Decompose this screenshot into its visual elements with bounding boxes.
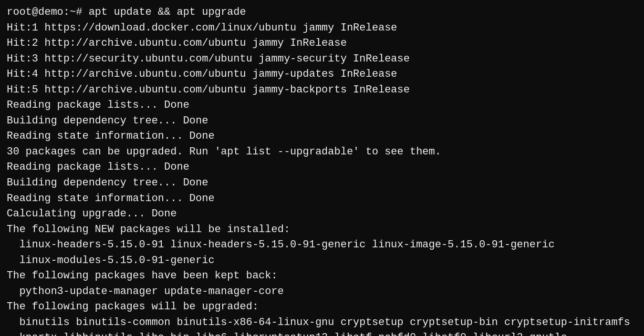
- line-hit5: Hit:5 http://archive.ubuntu.com/ubuntu j…: [7, 82, 637, 98]
- line-building2: Building dependency tree... Done: [7, 175, 637, 191]
- line-reading2: Reading state information... Done: [7, 129, 637, 144]
- line-reading3: Reading package lists... Done: [7, 160, 637, 175]
- line-prompt: root@demo:~# apt update && apt upgrade: [7, 5, 637, 20]
- line-calculating: Calculating upgrade... Done: [7, 206, 637, 222]
- line-upgradable: 30 packages can be upgraded. Run 'apt li…: [7, 144, 637, 160]
- line-hit4: Hit:4 http://archive.ubuntu.com/ubuntu j…: [7, 67, 637, 82]
- line-kept-pkg1: python3-update-manager update-manager-co…: [7, 284, 637, 300]
- line-upg-pkg2: kpartx libbinutils libc-bin libc6 libcry…: [7, 330, 637, 336]
- line-hit1: Hit:1 https://download.docker.com/linux/…: [7, 20, 637, 36]
- line-new-pkg1: linux-headers-5.15.0-91 linux-headers-5.…: [7, 237, 637, 253]
- line-building1: Building dependency tree... Done: [7, 113, 637, 129]
- line-hit2: Hit:2 http://archive.ubuntu.com/ubuntu j…: [7, 36, 637, 51]
- terminal-window: root@demo:~# apt update && apt upgradeHi…: [0, 0, 644, 336]
- line-reading1: Reading package lists... Done: [7, 98, 637, 113]
- line-new-packages: The following NEW packages will be insta…: [7, 222, 637, 238]
- line-new-pkg2: linux-modules-5.15.0-91-generic: [7, 253, 637, 269]
- line-hit3: Hit:3 http://security.ubuntu.com/ubuntu …: [7, 51, 637, 67]
- line-reading4: Reading state information... Done: [7, 191, 637, 207]
- line-upg-pkg1: binutils binutils-common binutils-x86-64…: [7, 315, 637, 331]
- line-kept-back: The following packages have been kept ba…: [7, 268, 637, 284]
- line-upgraded: The following packages will be upgraded:: [7, 299, 637, 315]
